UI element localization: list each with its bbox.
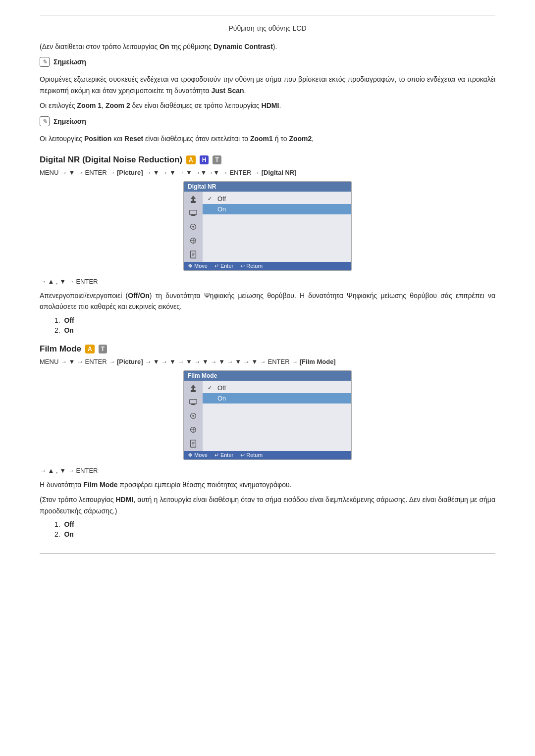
intro-zoom-text: Οι επιλογές Zoom 1, Zoom 2 δεν είναι δια… <box>40 100 495 111</box>
film-mode-heading: Film Mode A T <box>40 344 495 354</box>
film-mode-option-on: On <box>203 393 351 403</box>
digital-nr-option-on: On <box>203 204 351 214</box>
intro-text1: (Δεν διατίθεται στον τρόπο λειτουργίας O… <box>40 41 495 52</box>
note-block-2: ✎ Σημείωση <box>40 116 495 126</box>
film-checkmark-off: ✓ <box>208 385 214 391</box>
film-mode-on-label: On <box>217 395 226 402</box>
badge-h-digital: H <box>200 155 209 164</box>
digital-nr-on-label: On <box>217 205 226 213</box>
badge-t-digital: T <box>213 155 221 164</box>
film-mode-title: Film Mode <box>40 344 81 354</box>
digital-nr-icons-col <box>184 192 203 262</box>
film-menu-icon-document <box>187 438 200 449</box>
digital-nr-heading: Digital NR (Digital Noise Reduction) A H… <box>40 155 495 165</box>
digital-nr-arrow-nav: → ▲ , ▼ → ENTER <box>40 278 495 285</box>
footer-enter: ↵ Enter <box>214 263 233 269</box>
digital-nr-menu-footer: ❖ Move ↵ Enter ↩ Return <box>184 262 351 270</box>
menu-icon-antenna <box>187 194 200 204</box>
digital-nr-list-2: 2. On <box>54 326 495 334</box>
film-menu-icon-settings2 <box>187 424 200 435</box>
film-menu-icon-display <box>187 397 200 407</box>
film-mode-off-label: Off <box>217 384 226 392</box>
film-enter-icon: ↵ <box>214 452 219 458</box>
film-mode-menu-box: Film Mode <box>183 370 352 460</box>
digital-nr-menu-path: MENU → ▼ → ENTER → [Picture] → ▼ → ▼ → ▼… <box>40 169 495 176</box>
film-footer-enter: ↵ Enter <box>214 452 233 458</box>
svg-rect-3 <box>190 210 197 215</box>
intro-note4-text: Οι λειτουργίες Position και Reset είναι … <box>40 133 495 144</box>
svg-point-7 <box>192 226 194 228</box>
menu-icon-display <box>187 207 200 218</box>
film-mode-menu-title: Film Mode <box>184 371 351 381</box>
menu-icon-settings2 <box>187 235 200 246</box>
film-mode-options-col: ✓ Off On <box>203 381 351 451</box>
page-header: Ρύθμιση της οθόνης LCD <box>40 24 495 32</box>
digital-nr-body: Απενεργοποιεί/ενεργοποιεί (Off/On) τη δυ… <box>40 290 495 312</box>
badge-a-digital: A <box>186 155 196 164</box>
move-icon: ❖ <box>188 263 193 269</box>
note-icon-1: ✎ <box>40 57 50 67</box>
digital-nr-off-label: Off <box>217 195 226 202</box>
svg-marker-0 <box>191 196 196 199</box>
badge-t-film: T <box>99 345 107 353</box>
film-menu-icon-antenna <box>187 383 200 394</box>
digital-nr-menu-box: Digital NR <box>183 181 352 271</box>
svg-rect-2 <box>191 201 196 202</box>
note-block-1: ✎ Σημείωση <box>40 57 495 67</box>
footer-move: ❖ Move <box>188 263 208 269</box>
svg-point-22 <box>192 415 194 417</box>
film-menu-icon-settings1 <box>187 410 200 421</box>
digital-nr-list-1: 1. Off <box>54 316 495 324</box>
film-mode-body1: Η δυνατότητα Film Mode προσφέρει εμπειρί… <box>40 479 495 490</box>
svg-marker-15 <box>191 385 196 388</box>
film-mode-icons-col <box>184 381 203 451</box>
return-icon: ↩ <box>240 263 245 269</box>
film-return-icon: ↩ <box>240 452 245 458</box>
svg-rect-18 <box>190 399 197 403</box>
digital-nr-option-off: ✓ Off <box>203 194 351 204</box>
film-mode-option-off: ✓ Off <box>203 383 351 393</box>
note-title-2: Σημείωση <box>54 117 86 125</box>
footer-return: ↩ Return <box>240 263 263 269</box>
film-mode-arrow-nav: → ▲ , ▼ → ENTER <box>40 467 495 474</box>
note-icon-2: ✎ <box>40 116 50 126</box>
checkmark-off: ✓ <box>208 196 214 202</box>
intro-note2-text: Ορισμένες εξωτερικές συσκευές ενδέχεται … <box>40 74 495 96</box>
digital-nr-menu-title: Digital NR <box>184 182 351 192</box>
film-mode-body2: (Στον τρόπο λειτουργίας HDMI, αυτή η λει… <box>40 494 495 516</box>
film-mode-list-1: 1. Off <box>54 520 495 528</box>
film-footer-return: ↩ Return <box>240 452 263 458</box>
film-mode-list-2: 2. On <box>54 530 495 538</box>
film-footer-move: ❖ Move <box>188 452 208 458</box>
menu-icon-document <box>187 249 200 260</box>
enter-icon: ↵ <box>214 263 219 269</box>
note-title-1: Σημείωση <box>54 58 86 66</box>
film-mode-menu-path: MENU → ▼ → ENTER → [Picture] → ▼ → ▼ → ▼… <box>40 358 495 365</box>
svg-rect-17 <box>191 390 196 392</box>
badge-a-film: A <box>85 345 95 353</box>
digital-nr-options-col: ✓ Off On <box>203 192 351 262</box>
film-move-icon: ❖ <box>188 452 193 458</box>
film-mode-menu-footer: ❖ Move ↵ Enter ↩ Return <box>184 451 351 459</box>
menu-icon-settings1 <box>187 221 200 232</box>
digital-nr-title: Digital NR (Digital Noise Reduction) <box>40 155 182 165</box>
